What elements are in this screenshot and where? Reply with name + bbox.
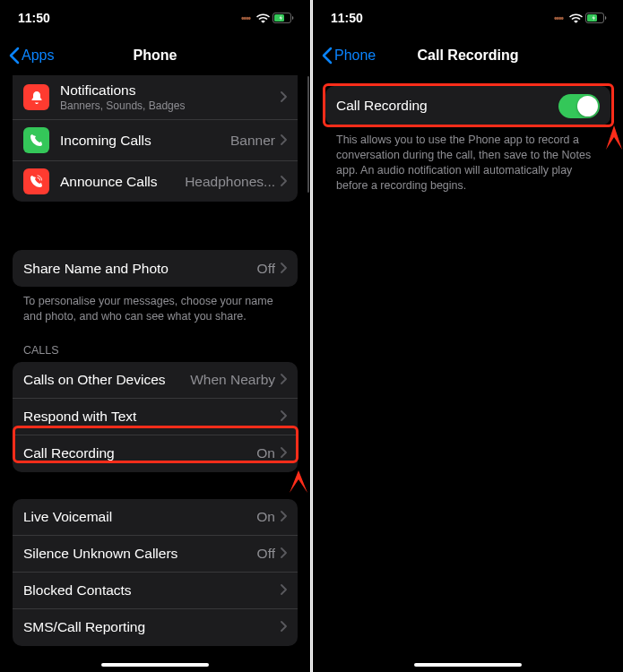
row-calls-other-devices[interactable]: Calls on Other Devices When Nearby bbox=[13, 362, 298, 399]
call-recording-description: This allows you to use the Phone app to … bbox=[313, 125, 623, 194]
row-label: Call Recording bbox=[336, 98, 558, 114]
group-notifications: Notifications Banners, Sounds, Badges In… bbox=[13, 75, 298, 202]
status-right: •••• bbox=[241, 13, 294, 23]
toggle-switch[interactable] bbox=[558, 94, 600, 118]
toggle-knob bbox=[577, 96, 598, 116]
announce-icon bbox=[23, 168, 49, 194]
status-time: 11:50 bbox=[18, 11, 50, 25]
nav-bar: Phone Call Recording bbox=[313, 36, 623, 75]
back-label: Apps bbox=[22, 47, 54, 64]
row-sublabel: Banners, Sounds, Badges bbox=[60, 99, 281, 112]
battery-icon bbox=[585, 13, 607, 23]
chevron-right-icon bbox=[281, 409, 287, 425]
chevron-right-icon bbox=[281, 509, 287, 525]
row-value: Banner bbox=[230, 133, 275, 149]
svg-rect-3 bbox=[587, 14, 597, 22]
chevron-right-icon bbox=[281, 546, 287, 562]
row-label: Incoming Calls bbox=[60, 133, 230, 149]
row-call-recording-toggle[interactable]: Call Recording bbox=[325, 86, 610, 125]
row-notifications[interactable]: Notifications Banners, Sounds, Badges bbox=[13, 75, 298, 120]
call-recording-content: Call Recording This allows you to use th… bbox=[313, 75, 623, 672]
call-recording-screen: 11:50 •••• Phone Call Recording Call Rec… bbox=[313, 0, 623, 672]
chevron-right-icon bbox=[281, 174, 287, 190]
bell-icon bbox=[23, 84, 49, 110]
scroll-indicator bbox=[307, 76, 310, 193]
row-sms-call-reporting[interactable]: SMS/Call Reporting bbox=[13, 609, 298, 646]
status-bar: 11:50 •••• bbox=[313, 0, 623, 36]
wifi-icon bbox=[569, 13, 583, 23]
row-label: Notifications bbox=[60, 82, 281, 99]
row-incoming-calls[interactable]: Incoming Calls Banner bbox=[13, 120, 298, 161]
calls-section-header: CALLS bbox=[0, 324, 310, 362]
chevron-right-icon bbox=[281, 90, 287, 106]
row-label: Blocked Contacts bbox=[23, 582, 281, 599]
status-bar: 11:50 •••• bbox=[0, 0, 310, 36]
wifi-icon bbox=[256, 13, 270, 23]
chevron-left-icon bbox=[322, 47, 333, 65]
status-right: •••• bbox=[554, 13, 607, 23]
share-footer-text: To personalise your messages, choose you… bbox=[0, 287, 310, 324]
battery-icon bbox=[273, 13, 294, 23]
chevron-right-icon bbox=[281, 445, 287, 461]
row-label: Call Recording bbox=[23, 445, 256, 461]
row-value: Off bbox=[257, 546, 275, 562]
row-call-recording[interactable]: Call Recording On bbox=[13, 435, 298, 472]
home-indicator bbox=[414, 663, 522, 667]
recording-indicator-icon: •••• bbox=[554, 13, 563, 23]
home-indicator bbox=[101, 663, 209, 667]
row-label: Share Name and Photo bbox=[23, 261, 257, 277]
row-label: Announce Calls bbox=[60, 174, 185, 190]
chevron-right-icon bbox=[281, 582, 287, 599]
row-value: On bbox=[256, 509, 275, 525]
settings-content[interactable]: Notifications Banners, Sounds, Badges In… bbox=[0, 75, 310, 672]
row-label: Live Voicemail bbox=[23, 509, 256, 525]
row-share-name-photo[interactable]: Share Name and Photo Off bbox=[13, 250, 298, 287]
row-value: Headphones... bbox=[185, 174, 275, 190]
status-time: 11:50 bbox=[331, 11, 363, 25]
row-value: When Nearby bbox=[190, 372, 275, 388]
nav-bar: Apps Phone bbox=[0, 36, 310, 75]
chevron-right-icon bbox=[281, 261, 287, 277]
group-call-recording-toggle: Call Recording bbox=[325, 86, 610, 125]
back-button[interactable]: Apps bbox=[9, 47, 54, 65]
phone-icon bbox=[23, 127, 49, 153]
chevron-left-icon bbox=[9, 47, 20, 65]
row-label: SMS/Call Reporting bbox=[23, 619, 281, 635]
phone-settings-screen: 11:50 •••• Apps Phone Notifications Bann… bbox=[0, 0, 310, 672]
row-silence-unknown-callers[interactable]: Silence Unknown Callers Off bbox=[13, 536, 298, 573]
row-live-voicemail[interactable]: Live Voicemail On bbox=[13, 499, 298, 536]
back-button[interactable]: Phone bbox=[322, 47, 376, 65]
group-more-calls: Live Voicemail On Silence Unknown Caller… bbox=[13, 499, 298, 646]
group-calls: Calls on Other Devices When Nearby Respo… bbox=[13, 362, 298, 472]
row-label: Respond with Text bbox=[23, 409, 281, 425]
row-label: Calls on Other Devices bbox=[23, 372, 190, 388]
chevron-right-icon bbox=[281, 619, 287, 635]
row-label: Silence Unknown Callers bbox=[23, 546, 257, 562]
row-value: Off bbox=[257, 261, 275, 277]
row-blocked-contacts[interactable]: Blocked Contacts bbox=[13, 573, 298, 609]
row-value: On bbox=[256, 445, 275, 461]
back-label: Phone bbox=[334, 47, 376, 64]
recording-indicator-icon: •••• bbox=[241, 13, 250, 23]
chevron-right-icon bbox=[281, 133, 287, 149]
row-announce-calls[interactable]: Announce Calls Headphones... bbox=[13, 161, 298, 202]
svg-rect-1 bbox=[274, 14, 284, 22]
chevron-right-icon bbox=[281, 372, 287, 388]
row-respond-with-text[interactable]: Respond with Text bbox=[13, 399, 298, 435]
group-share: Share Name and Photo Off bbox=[13, 250, 298, 287]
